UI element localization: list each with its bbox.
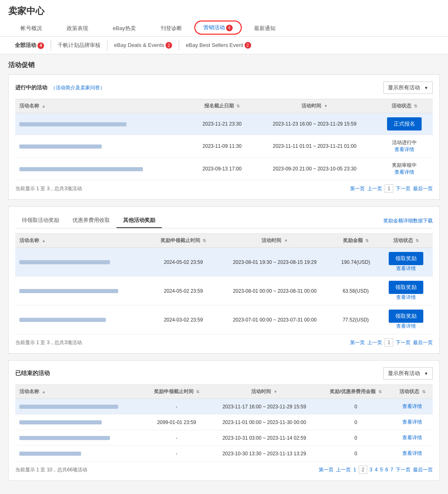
blurred-name <box>19 144 102 149</box>
sub-nav-bestsellers-badge: 2 <box>245 42 251 49</box>
pagination-info: 当前显示 1 至 3，总共3项活动 <box>15 185 82 192</box>
header: 卖家中心 帐号概况 政策表现 eBay热卖 刊登诊断 营销活动4 最新通知 <box>0 0 448 37</box>
next-page-link[interactable]: 下一页 <box>396 185 411 192</box>
claim-reward-button[interactable]: 领取奖励 <box>389 252 423 265</box>
time-range-cell: 2023-11-23 16:00 ~ 2023-11-29 15:59 <box>254 113 376 135</box>
th-reward-time: 活动时间 ▼ <box>217 234 332 248</box>
reward-status-cell: 领取奖励 查看详情 <box>379 305 433 334</box>
nav-tab-account[interactable]: 帐号概况 <box>8 21 54 36</box>
claim-reward-button[interactable]: 领取奖励 <box>389 310 423 323</box>
page-links: 第一页 上一页 1 2 3 4 5 6 7 下一页 最后一页 <box>319 466 433 474</box>
reward-name-cell <box>15 305 149 334</box>
view-detail-link[interactable]: 查看详情 <box>394 147 414 152</box>
sort-icon-ramount: ⇅ <box>365 238 369 243</box>
nav-tab-diagnosis[interactable]: 刊登诊断 <box>148 21 194 36</box>
th-time-range: 活动时间 ▼ <box>254 99 376 113</box>
ended-name-cell <box>15 415 144 430</box>
page-6-link[interactable]: 6 <box>385 467 388 473</box>
sort-icon-edeadline: ⇅ <box>196 389 199 394</box>
first-page-link[interactable]: 第一页 <box>350 339 365 346</box>
sub-nav-bestsellers[interactable]: eBay Best Sellers Event2 <box>179 40 257 51</box>
sub-nav-qianfan[interactable]: 千帆计划品牌审核 <box>51 40 107 51</box>
ended-dropdown[interactable]: 显示所有活动 ▼ <box>383 367 433 380</box>
sort-icon-time: ▼ <box>324 104 328 108</box>
reward-name-cell <box>15 277 149 305</box>
view-detail-link[interactable]: 查看详情 <box>402 450 422 456</box>
first-page-link[interactable]: 第一页 <box>319 466 334 473</box>
prev-page-link[interactable]: 上一页 <box>367 185 382 192</box>
sort-icon-deadline: ⇅ <box>236 104 240 108</box>
view-detail-link[interactable]: 查看详情 <box>396 323 416 329</box>
view-detail-link[interactable]: 查看详情 <box>396 294 416 300</box>
register-button[interactable]: 正式报名 <box>387 117 422 130</box>
sort-icon-rdeadline: ⇅ <box>203 238 206 243</box>
ended-name-cell <box>15 399 144 415</box>
view-detail-link[interactable]: 查看详情 <box>402 419 422 425</box>
table-row: 2099-01-01 23:59 2023-11-01 00:00 ~ 2023… <box>15 415 433 430</box>
table-row: - 2023-10-31 03:00 ~ 2023-11-14 02:59 0 … <box>15 430 433 446</box>
reward-time-cell: 2023-08-01 19:30 ~ 2023-08-15 19:29 <box>217 248 332 277</box>
current-page: 1 <box>385 184 393 193</box>
main-content: 活动促销 进行中的活动 （活动简介及卖家问答） 显示所有活动 ▼ 活动名称 ▲ <box>0 54 448 494</box>
latest-notice[interactable]: 最新通知 <box>254 21 275 36</box>
claim-reward-button[interactable]: 领取奖励 <box>389 281 423 294</box>
reward-tab-coupon[interactable]: 优惠券费用收取 <box>66 213 117 228</box>
th-activity-name: 活动名称 ▲ <box>15 99 191 113</box>
page-links: 第一页 上一页 1 下一页 最后一页 <box>350 338 433 347</box>
view-detail-link[interactable]: 查看详情 <box>402 435 422 440</box>
last-page-link[interactable]: 最后一页 <box>413 185 433 192</box>
ended-deadline-cell: - <box>144 399 209 415</box>
main-nav: 帐号概况 政策表现 eBay热卖 刊登诊断 营销活动4 <box>8 21 242 36</box>
nav-tab-hot-sell[interactable]: eBay热卖 <box>100 21 148 36</box>
sort-icon-rstatus: ⇅ <box>415 238 419 243</box>
page-5-link[interactable]: 5 <box>380 467 383 473</box>
next-page-link[interactable]: 下一页 <box>396 339 411 346</box>
ended-section-header: 已结束的活动 显示所有活动 ▼ <box>15 367 433 380</box>
reward-table: 活动名称 ▲ 奖励申领截止时间 ⇅ 活动时间 ▼ 奖励金额 ⇅ <box>15 233 433 334</box>
nav-tab-marketing[interactable]: 营销活动4 <box>194 21 242 35</box>
faq-link[interactable]: （活动简介及卖家问答） <box>51 84 105 91</box>
blurred-name <box>19 420 102 424</box>
next-page-link[interactable]: 下一页 <box>396 466 411 473</box>
deadline-cell: 2023-11-21 23:30 <box>191 113 254 135</box>
activity-name-cell <box>15 135 191 158</box>
page-7-link[interactable]: 7 <box>390 467 393 473</box>
prev-page-link[interactable]: 上一页 <box>336 466 351 473</box>
th-reward-amount: 奖励金额 ⇅ <box>332 234 379 248</box>
ended-deadline-cell: - <box>144 446 209 461</box>
view-detail-link[interactable]: 查看详情 <box>394 169 414 175</box>
sub-nav-all[interactable]: 全部活动4 <box>8 40 51 51</box>
first-page-link[interactable]: 第一页 <box>350 185 365 192</box>
ongoing-title: 进行中的活动 <box>15 84 47 91</box>
blurred-name <box>19 122 126 126</box>
view-detail-link[interactable]: 查看详情 <box>396 266 416 271</box>
blurred-name <box>19 260 110 264</box>
reward-tab-other[interactable]: 其他活动奖励 <box>117 213 162 228</box>
current-page: 2 <box>359 466 367 474</box>
sort-icon-etime: ▼ <box>273 389 278 394</box>
ongoing-dropdown[interactable]: 显示所有活动 ▼ <box>383 82 433 94</box>
last-page-link[interactable]: 最后一页 <box>413 339 433 346</box>
sort-icon-estatus: ⇅ <box>422 389 425 394</box>
ongoing-pagination: 当前显示 1 至 3，总共3项活动 第一页 上一页 1 下一页 最后一页 <box>15 184 433 193</box>
reward-tab-pending[interactable]: 待领取活动奖励 <box>15 213 66 228</box>
ended-amount-cell: 0 <box>320 430 392 446</box>
ended-status-cell: 查看详情 <box>392 430 433 446</box>
view-detail-link[interactable]: 查看详情 <box>402 403 422 409</box>
th-deadline: 报名截止日期 ⇅ <box>191 99 254 113</box>
table-row: 2023-11-21 23:30 2023-11-23 16:00 ~ 2023… <box>15 113 433 135</box>
sub-nav-deals[interactable]: eBay Deals & Events2 <box>107 40 179 51</box>
page-4-link[interactable]: 4 <box>375 467 378 473</box>
ongoing-table: 活动名称 ▲ 报名截止日期 ⇅ 活动时间 ▼ 活动状态 ⇅ <box>15 99 433 180</box>
page-1-link[interactable]: 1 <box>353 467 356 473</box>
th-reward-deadline: 奖励申领截止时间 ⇅ <box>149 234 217 248</box>
reward-status-cell: 领取奖励 查看详情 <box>379 248 433 277</box>
download-link[interactable]: 奖励金额详细数据下载 <box>383 214 433 228</box>
last-page-link[interactable]: 最后一页 <box>413 466 433 473</box>
nav-tab-policy[interactable]: 政策表现 <box>54 21 100 36</box>
th-ended-time: 活动时间 ▼ <box>209 385 320 399</box>
ended-status-cell: 查看详情 <box>392 415 433 430</box>
ended-name-cell <box>15 446 144 461</box>
prev-page-link[interactable]: 上一页 <box>367 339 382 346</box>
page-3-link[interactable]: 3 <box>370 467 373 473</box>
